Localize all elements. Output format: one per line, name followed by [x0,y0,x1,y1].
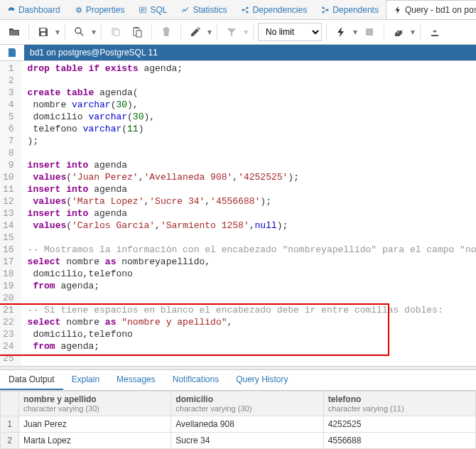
row-number[interactable]: 2 [1,433,19,449]
column-header[interactable]: domiciliocharacter varying (30) [171,391,323,416]
gear-icon [75,6,83,14]
limit-select[interactable]: No limit [258,23,322,41]
cell[interactable]: 4556688 [323,433,475,449]
tab-dependencies[interactable]: Dependencies [234,0,314,19]
cell[interactable]: Juan Perez [19,416,171,433]
svg-point-4 [247,6,249,9]
result-tab-messages[interactable]: Messages [108,370,164,390]
edit-button[interactable] [185,23,205,41]
filter-button[interactable] [222,23,242,41]
svg-point-0 [11,10,12,11]
sql-editor[interactable]: 1234567891011121314151617181920212223242… [0,61,476,366]
tab-sql[interactable]: SQL [131,0,174,19]
save-button[interactable] [33,23,53,41]
connection-bar: bd1 on postgres@PostgreSQL 11 [0,45,476,61]
cell[interactable]: 4252525 [323,416,475,433]
dependents-icon [321,6,330,14]
tab-statistics[interactable]: Statistics [174,0,234,19]
delete-button[interactable] [156,23,176,41]
code-line[interactable]: values('Carlos Garcia','Sarmiento 1258',… [28,220,476,232]
code-line[interactable] [28,292,476,304]
save-dropdown[interactable]: ▾ [55,27,60,37]
svg-point-5 [247,11,249,13]
code-line[interactable]: domicilio,telefono [28,268,476,280]
toolbar: ▾ ▾ ▾ ▾ No limit ▾ ▾ [0,20,476,45]
code-line[interactable]: ); [28,135,476,147]
svg-point-7 [323,6,325,9]
code-line[interactable]: -- Si tiene espacios en blanco el encabe… [28,304,476,316]
result-tab-data-output[interactable]: Data Output [0,370,63,390]
code-line[interactable]: nombre varchar(30), [28,99,476,111]
top-tab-bar: Dashboard Properties SQL Statistics Depe… [0,0,476,20]
svg-rect-13 [114,30,119,36]
code-line[interactable]: domicilio,telefono [28,328,476,340]
row-number[interactable]: 1 [1,416,19,433]
code-line[interactable]: values('Marta Lopez','Sucre 34','4556688… [28,195,476,207]
scratch-pad-icon[interactable] [0,47,24,58]
code-line[interactable]: select nombre as "nombre y apellido", [28,316,476,328]
svg-point-8 [323,11,325,13]
code-area[interactable]: drop table if exists agenda; create tabl… [21,61,476,366]
svg-point-1 [77,8,80,11]
code-line[interactable]: domicilio varchar(30), [28,111,476,123]
open-file-button[interactable] [4,23,24,41]
cell[interactable]: Sucre 34 [171,433,323,449]
code-line[interactable]: drop table if exists agenda; [28,63,476,75]
tab-properties[interactable]: Properties [67,0,132,19]
svg-rect-10 [41,33,45,36]
table-row[interactable]: 1Juan PerezAvellaneda 9084252525 [1,416,476,433]
chart-icon [181,6,190,14]
column-header[interactable]: nombre y apellidocharacter varying (30) [19,391,171,416]
result-tab-explain[interactable]: Explain [63,370,108,390]
code-line[interactable]: insert into agenda [28,183,476,195]
svg-point-6 [327,9,329,11]
result-tab-query-history[interactable]: Query History [227,370,296,390]
corner-cell[interactable] [1,391,19,416]
tab-query[interactable]: Query - bd1 on postgres@PostgreSQL 11 [386,0,476,19]
code-line[interactable]: -- Mostramos la información con el encab… [28,244,476,256]
code-line[interactable]: values('Juan Perez','Avellaneda 908','42… [28,171,476,183]
result-tab-notifications[interactable]: Notifications [164,370,227,390]
tab-dashboard[interactable]: Dashboard [0,0,67,19]
find-button[interactable] [70,23,90,41]
dashboard-icon [7,6,16,14]
cell[interactable]: Marta Lopez [19,433,171,449]
code-line[interactable]: insert into agenda [28,159,476,171]
code-line[interactable] [28,232,476,244]
code-line[interactable] [28,147,476,159]
edit-dropdown[interactable]: ▾ [207,27,212,37]
svg-point-11 [75,28,81,33]
cell[interactable]: Avellaneda 908 [171,416,323,433]
svg-point-3 [242,9,244,11]
table-row[interactable]: 2Marta LopezSucre 344556688 [1,433,476,449]
dependencies-icon [241,6,249,14]
svg-rect-16 [136,31,141,37]
execute-dropdown[interactable]: ▾ [352,27,358,37]
clear-dropdown[interactable]: ▾ [410,27,416,37]
find-dropdown[interactable]: ▾ [91,27,97,37]
tab-dependents[interactable]: Dependents [314,0,386,19]
copy-button[interactable] [106,23,126,41]
code-line[interactable]: insert into agenda [28,207,476,220]
clear-button[interactable] [389,23,409,41]
result-grid[interactable]: nombre y apellidocharacter varying (30)d… [0,391,476,449]
execute-button[interactable] [331,23,351,41]
lightning-icon [394,6,402,14]
connection-label[interactable]: bd1 on postgres@PostgreSQL 11 [24,45,476,60]
svg-rect-17 [366,28,373,36]
svg-rect-15 [135,27,138,28]
filter-dropdown[interactable]: ▾ [243,27,249,37]
paste-button[interactable] [127,23,147,41]
column-header[interactable]: telefonocharacter varying (11) [323,391,475,416]
code-line[interactable] [28,75,476,87]
code-line[interactable]: telefono varchar(11) [28,123,476,135]
stop-button[interactable] [359,23,379,41]
code-line[interactable]: create table agenda( [28,87,476,99]
download-button[interactable] [425,23,445,41]
code-line[interactable]: from agenda; [28,340,476,352]
code-line[interactable]: from agenda; [28,280,476,292]
result-tab-bar: Data Output Explain Messages Notificatio… [0,370,476,391]
line-gutter: 1234567891011121314151617181920212223242… [0,61,21,366]
code-line[interactable]: select nombre as nombreyapellido, [28,256,476,268]
code-line[interactable] [28,352,476,364]
